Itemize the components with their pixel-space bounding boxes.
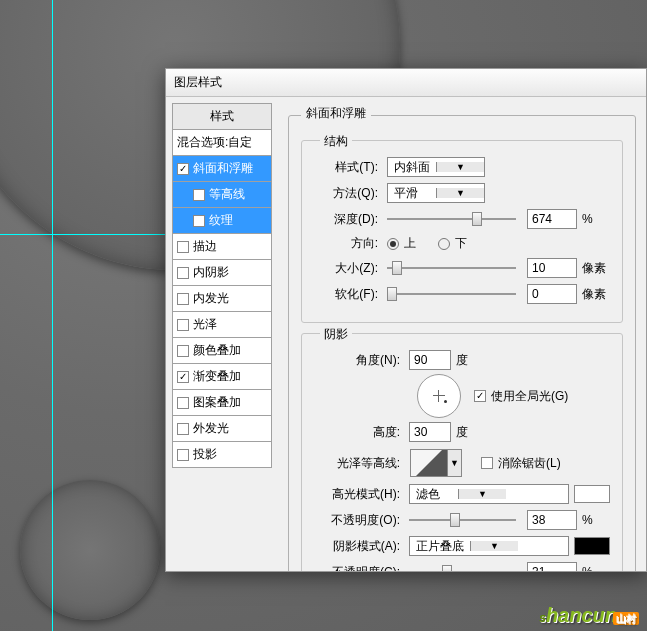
structure-fieldset: 结构 样式(T): 内斜面▼ 方法(Q): 平滑▼ 深度(D): 674 % — [301, 140, 623, 323]
antialias-checkbox[interactable] — [481, 457, 493, 469]
soften-input[interactable]: 0 — [527, 284, 577, 304]
unit-percent: % — [582, 565, 610, 571]
contour-icon — [410, 449, 448, 477]
sidebar-item-label: 光泽 — [193, 316, 217, 333]
highlight-opacity-slider[interactable] — [409, 511, 516, 529]
shadow-opacity-slider[interactable] — [409, 563, 516, 571]
sidebar-item-drop-shadow[interactable]: 投影 — [172, 442, 272, 468]
depth-slider[interactable] — [387, 210, 516, 228]
combo-value: 正片叠底 — [410, 538, 470, 555]
size-input[interactable]: 10 — [527, 258, 577, 278]
size-slider[interactable] — [387, 259, 516, 277]
checkbox-icon[interactable] — [177, 241, 189, 253]
soften-slider[interactable] — [387, 285, 516, 303]
sidebar-item-label: 内阴影 — [193, 264, 229, 281]
panel-title: 斜面和浮雕 — [301, 105, 371, 122]
sidebar-header[interactable]: 样式 — [172, 103, 272, 130]
depth-input[interactable]: 674 — [527, 209, 577, 229]
sidebar-item-inner-shadow[interactable]: 内阴影 — [172, 260, 272, 286]
gloss-contour-picker[interactable]: ▼ — [409, 448, 463, 478]
sidebar-item-bevel[interactable]: 斜面和浮雕 — [172, 156, 272, 182]
altitude-input[interactable]: 30 — [409, 422, 451, 442]
checkbox-icon[interactable] — [177, 397, 189, 409]
sidebar-item-color-overlay[interactable]: 颜色叠加 — [172, 338, 272, 364]
sidebar-blend-options[interactable]: 混合选项:自定 — [172, 130, 272, 156]
highlight-color-swatch[interactable] — [574, 485, 610, 503]
soften-unit: 像素 — [582, 286, 610, 303]
sidebar-item-contour[interactable]: 等高线 — [172, 182, 272, 208]
layer-style-dialog: 图层样式 样式 混合选项:自定 斜面和浮雕 等高线 纹理 描边 内阴影 内发光 … — [165, 68, 647, 572]
style-label: 样式(T): — [314, 159, 382, 176]
sidebar-item-label: 颜色叠加 — [193, 342, 241, 359]
sidebar-item-label: 纹理 — [209, 212, 233, 229]
sidebar-item-label: 图案叠加 — [193, 394, 241, 411]
angle-input[interactable]: 90 — [409, 350, 451, 370]
direction-down-radio[interactable] — [438, 238, 450, 250]
gloss-contour-label: 光泽等高线: — [314, 455, 404, 472]
antialias-label: 消除锯齿(L) — [498, 455, 561, 472]
chevron-down-icon: ▼ — [448, 449, 462, 477]
highlight-mode-label: 高光模式(H): — [314, 486, 404, 503]
checkbox-icon[interactable] — [177, 267, 189, 279]
checkbox-icon[interactable] — [177, 371, 189, 383]
shading-fieldset: 阴影 角度(N): 90 度 — [301, 333, 623, 571]
angle-dial[interactable] — [417, 374, 461, 418]
highlight-opacity-label: 不透明度(O): — [314, 512, 404, 529]
unit-percent: % — [582, 513, 610, 527]
global-light-checkbox[interactable] — [474, 390, 486, 402]
sidebar-item-stroke[interactable]: 描边 — [172, 234, 272, 260]
sidebar-item-inner-glow[interactable]: 内发光 — [172, 286, 272, 312]
radio-label: 上 — [404, 235, 416, 252]
shadow-color-swatch[interactable] — [574, 537, 610, 555]
highlight-mode-combo[interactable]: 滤色▼ — [409, 484, 569, 504]
checkbox-icon[interactable] — [177, 423, 189, 435]
sidebar-item-pattern-overlay[interactable]: 图案叠加 — [172, 390, 272, 416]
shadow-mode-combo[interactable]: 正片叠底▼ — [409, 536, 569, 556]
combo-value: 平滑 — [388, 185, 436, 202]
combo-value: 滤色 — [410, 486, 458, 503]
shadow-opacity-label: 不透明度(C): — [314, 564, 404, 572]
main-panel: 斜面和浮雕 结构 样式(T): 内斜面▼ 方法(Q): 平滑▼ 深度(D): 6 — [278, 97, 646, 571]
sidebar-item-label: 斜面和浮雕 — [193, 160, 253, 177]
sidebar-item-label: 投影 — [193, 446, 217, 463]
soften-label: 软化(F): — [314, 286, 382, 303]
radio-label: 下 — [455, 235, 467, 252]
watermark: shancun山村 — [539, 604, 639, 627]
technique-combo[interactable]: 平滑▼ — [387, 183, 485, 203]
highlight-opacity-input[interactable]: 38 — [527, 510, 577, 530]
shadow-mode-label: 阴影模式(A): — [314, 538, 404, 555]
sidebar-item-outer-glow[interactable]: 外发光 — [172, 416, 272, 442]
checkbox-icon[interactable] — [177, 345, 189, 357]
guide-vertical[interactable] — [52, 0, 53, 631]
sidebar-item-satin[interactable]: 光泽 — [172, 312, 272, 338]
checkbox-icon[interactable] — [177, 163, 189, 175]
sidebar-item-texture[interactable]: 纹理 — [172, 208, 272, 234]
global-light-label: 使用全局光(G) — [491, 388, 568, 405]
chevron-down-icon: ▼ — [436, 162, 484, 172]
size-label: 大小(Z): — [314, 260, 382, 277]
angle-unit: 度 — [456, 352, 468, 369]
direction-up-radio[interactable] — [387, 238, 399, 250]
canvas-shape-small-circle — [20, 480, 160, 620]
checkbox-icon[interactable] — [193, 215, 205, 227]
sidebar-item-label: 等高线 — [209, 186, 245, 203]
chevron-down-icon: ▼ — [470, 541, 518, 551]
sidebar-item-label: 描边 — [193, 238, 217, 255]
checkbox-icon[interactable] — [177, 319, 189, 331]
depth-label: 深度(D): — [314, 211, 382, 228]
chevron-down-icon: ▼ — [436, 188, 484, 198]
shading-legend: 阴影 — [320, 326, 352, 343]
altitude-label: 高度: — [314, 424, 404, 441]
checkbox-icon[interactable] — [193, 189, 205, 201]
dialog-titlebar[interactable]: 图层样式 — [166, 69, 646, 97]
chevron-down-icon: ▼ — [458, 489, 506, 499]
dialog-title: 图层样式 — [174, 74, 222, 91]
sidebar-item-label: 渐变叠加 — [193, 368, 241, 385]
sidebar-item-gradient-overlay[interactable]: 渐变叠加 — [172, 364, 272, 390]
checkbox-icon[interactable] — [177, 293, 189, 305]
direction-label: 方向: — [314, 235, 382, 252]
shadow-opacity-input[interactable]: 31 — [527, 562, 577, 571]
style-combo[interactable]: 内斜面▼ — [387, 157, 485, 177]
altitude-unit: 度 — [456, 424, 468, 441]
checkbox-icon[interactable] — [177, 449, 189, 461]
